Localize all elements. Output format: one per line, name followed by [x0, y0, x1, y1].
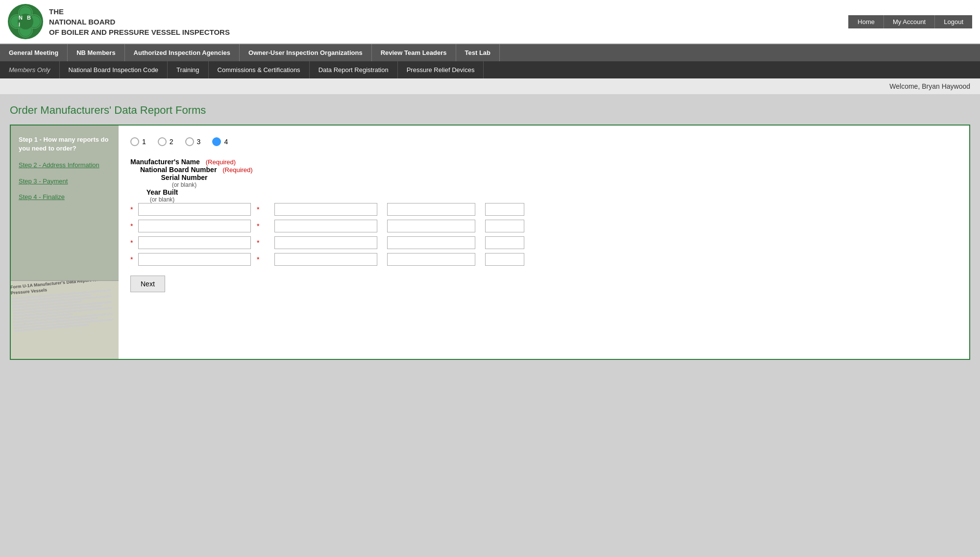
table-row: * *: [130, 220, 957, 232]
home-link[interactable]: Home: [848, 15, 883, 28]
page-title: Order Manufacturers' Data Report Forms: [10, 104, 970, 117]
quantity-radio-group: 1 2 3 4: [130, 137, 957, 146]
table-row: * *: [130, 253, 957, 266]
logo-area: N B I The National Board of Boiler and P…: [8, 4, 848, 39]
nav-test-lab[interactable]: Test Lab: [456, 44, 500, 61]
form-rows: * * * * * *: [130, 203, 957, 266]
form-main-area: 1 2 3 4 Manufacturer's Name: [119, 126, 969, 359]
header: N B I The National Board of Boiler and P…: [0, 0, 980, 44]
next-button[interactable]: Next: [130, 276, 165, 292]
nav-aia[interactable]: Authorized Inspection Agencies: [125, 44, 240, 61]
table-row: * *: [130, 236, 957, 249]
serial-number-input-1[interactable]: [387, 203, 475, 216]
welcome-message: Welcome, Bryan Haywood: [0, 78, 980, 94]
manufacturer-name-input-3[interactable]: [138, 236, 251, 249]
year-built-input-3[interactable]: [485, 236, 524, 249]
national-board-number-input-3[interactable]: [274, 236, 377, 249]
required-star: *: [130, 239, 136, 247]
nav-members-only[interactable]: Members Only: [0, 61, 60, 78]
manufacturer-name-input-4[interactable]: [138, 253, 251, 266]
svg-text:I: I: [19, 22, 20, 27]
nav-ouio[interactable]: Owner-User Inspection Organizations: [240, 44, 372, 61]
sidebar-step4[interactable]: Step 4 - Finalize: [19, 193, 111, 202]
svg-text:N: N: [19, 15, 23, 21]
radio-label-1: 1: [142, 138, 146, 146]
year-built-input-2[interactable]: [485, 220, 524, 232]
radio-label-2: 2: [170, 138, 173, 146]
required-star: *: [257, 222, 263, 230]
nav-prd[interactable]: Pressure Relief Devices: [398, 61, 484, 78]
radio-label-4: 4: [224, 138, 228, 146]
svg-text:B: B: [27, 15, 31, 21]
radio-circle-1: [130, 137, 139, 146]
col-header-yb: Year Built (or blank): [140, 188, 184, 203]
serial-number-input-2[interactable]: [387, 220, 475, 232]
required-star: *: [257, 239, 263, 247]
required-star: *: [130, 255, 136, 263]
my-account-link[interactable]: My Account: [883, 15, 934, 28]
manufacturer-name-input-2[interactable]: [138, 220, 251, 232]
radio-4[interactable]: 4: [212, 137, 228, 146]
year-built-input-1[interactable]: [485, 203, 524, 216]
nav-commissions[interactable]: Commissions & Certifications: [209, 61, 310, 78]
year-built-input-4[interactable]: [485, 253, 524, 266]
form-column-headers: Manufacturer's Name (Required) National …: [130, 158, 957, 203]
org-name: The National Board of Boiler and Pressur…: [49, 6, 230, 37]
radio-1[interactable]: 1: [130, 137, 146, 146]
nav-general-meeting[interactable]: General Meeting: [0, 44, 68, 61]
form-container: Step 1 - How many reports do you need to…: [10, 125, 970, 360]
serial-number-input-3[interactable]: [387, 236, 475, 249]
manufacturer-name-input-1[interactable]: [138, 203, 251, 216]
nav-training[interactable]: Training: [168, 61, 208, 78]
form-thumb-text: Form U-1A Manufacturer's Data Report for…: [11, 280, 118, 337]
radio-circle-3: [185, 137, 194, 146]
nav-drr[interactable]: Data Report Registration: [310, 61, 398, 78]
radio-label-3: 3: [197, 138, 201, 146]
radio-circle-2: [158, 137, 167, 146]
sidebar-step3[interactable]: Step 3 - Payment: [19, 177, 111, 186]
national-board-number-input-4[interactable]: [274, 253, 377, 266]
main-content: Order Manufacturers' Data Report Forms S…: [0, 94, 980, 370]
national-board-number-input-2[interactable]: [274, 220, 377, 232]
sidebar-step1: Step 1 - How many reports do you need to…: [19, 135, 111, 153]
required-star: *: [257, 205, 263, 213]
radio-2[interactable]: 2: [158, 137, 173, 146]
primary-nav: General Meeting NB Members Authorized In…: [0, 44, 980, 61]
col-header-nbn: National Board Number (Required): [140, 166, 268, 174]
logout-link[interactable]: Logout: [934, 15, 972, 28]
nbic-logo: N B I: [8, 4, 43, 39]
nav-rtl[interactable]: Review Team Leaders: [372, 44, 456, 61]
required-star: *: [130, 205, 136, 213]
col-header-mfr: Manufacturer's Name (Required): [130, 158, 258, 166]
form-thumbnail: Form U-1A Manufacturer's Data Report for…: [11, 280, 119, 359]
required-star: *: [130, 222, 136, 230]
nav-nbic[interactable]: National Board Inspection Code: [60, 61, 168, 78]
secondary-nav: Members Only National Board Inspection C…: [0, 61, 980, 78]
required-star: *: [257, 255, 263, 263]
radio-3[interactable]: 3: [185, 137, 201, 146]
national-board-number-input-1[interactable]: [274, 203, 377, 216]
col-header-sn: Serial Number (or blank): [140, 174, 228, 188]
table-row: * *: [130, 203, 957, 216]
top-nav: Home My Account Logout: [848, 15, 972, 28]
form-sidebar: Step 1 - How many reports do you need to…: [11, 126, 119, 359]
nav-nb-members[interactable]: NB Members: [68, 44, 124, 61]
serial-number-input-4[interactable]: [387, 253, 475, 266]
top-navigation: Home My Account Logout: [848, 15, 972, 28]
radio-circle-4: [212, 137, 221, 146]
sidebar-step2[interactable]: Step 2 - Address Information: [19, 161, 111, 170]
